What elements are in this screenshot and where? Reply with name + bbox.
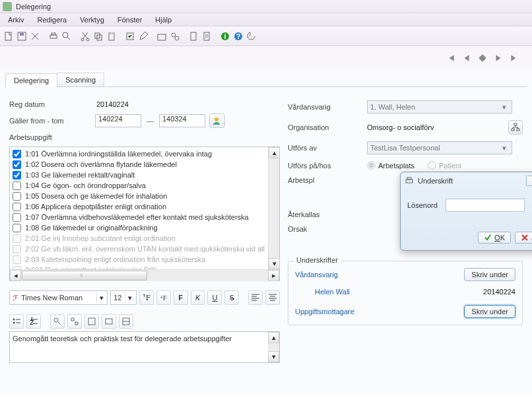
chevron-down-icon[interactable]: ▾: [500, 144, 509, 152]
underline-button[interactable]: U: [207, 290, 222, 305]
page2-icon[interactable]: [201, 30, 213, 42]
scroll-down-icon[interactable]: ▾: [268, 351, 279, 362]
pencil-icon[interactable]: [137, 30, 149, 42]
galler-to-input[interactable]: 140324: [159, 114, 205, 127]
scroll-up-icon[interactable]: ▴: [269, 147, 280, 158]
copy-icon[interactable]: [92, 30, 104, 42]
dialog-cancel-button[interactable]: Avbryt: [515, 232, 532, 244]
gears-icon[interactable]: [169, 30, 181, 42]
current-record-icon[interactable]: [478, 53, 487, 63]
larger-font-button[interactable]: ꜛF: [139, 290, 154, 305]
italic-button[interactable]: K: [191, 290, 205, 305]
radio-arbetsplats[interactable]: Arbetsplats: [367, 161, 415, 170]
note-editor[interactable]: Genomgått teoretisk och praktisk test fö…: [9, 331, 280, 363]
task-listbox[interactable]: 1:01 Överlämna iordningställda läkemedel…: [9, 147, 280, 281]
losenord-input[interactable]: [446, 199, 525, 212]
prev-record-icon[interactable]: [462, 53, 471, 63]
form-icon[interactable]: [124, 30, 136, 42]
menu-fonster[interactable]: Fönster: [111, 16, 149, 24]
list-hscroll[interactable]: ◂ ▸: [10, 269, 279, 280]
task-checkbox[interactable]: [13, 224, 21, 232]
cut-icon[interactable]: [79, 30, 91, 42]
chevron-down-icon[interactable]: ▾: [500, 103, 509, 112]
tab-delegering[interactable]: Delegering: [5, 73, 57, 87]
task-row[interactable]: 2:01 Ge inj Innohep subcutant enligt ord…: [11, 233, 278, 244]
task-row[interactable]: 1:05 Dosera och ge läkemedel för inhalat…: [11, 191, 278, 201]
menu-arkiv[interactable]: Arkiv: [1, 16, 30, 24]
task-row[interactable]: 1:01 Överlämna iordningställda läkemedel…: [11, 148, 278, 159]
tool3-button[interactable]: [102, 314, 116, 329]
tab-scanning[interactable]: Scanning: [57, 73, 104, 86]
task-row[interactable]: 1:02 Dosera och överlämna flytande läkem…: [11, 159, 278, 170]
tool2-button[interactable]: [84, 314, 99, 329]
align-left-button[interactable]: [248, 290, 263, 305]
task-row[interactable]: 1:04 Ge ögon- och örondroppar/salva: [11, 180, 278, 191]
org-tree-button[interactable]: [508, 120, 523, 135]
strike-button[interactable]: S̶: [224, 290, 239, 305]
task-checkbox[interactable]: [13, 245, 21, 253]
task-row[interactable]: 2:02 Ge vb.läkm. enl. överenskom UTAN ko…: [11, 244, 278, 254]
task-checkbox[interactable]: [13, 171, 21, 180]
delete-icon[interactable]: [29, 30, 41, 42]
dialog-ok-button[interactable]: OK: [478, 232, 511, 244]
bold-button[interactable]: F: [174, 290, 188, 305]
print-icon[interactable]: [48, 30, 59, 42]
font-name: Times New Roman: [21, 294, 83, 302]
exit-icon[interactable]: [246, 30, 257, 42]
skriv-under-button-2[interactable]: Skriv under: [464, 305, 515, 318]
task-row[interactable]: 1:03 Ge läkemedel rektalt/vaginalt: [11, 170, 278, 180]
last-record-icon[interactable]: [510, 53, 519, 63]
list-vscroll[interactable]: ▴ ▾: [268, 147, 279, 269]
font-combo[interactable]: ℱ Times New Roman ▾: [9, 290, 108, 305]
radio-patient[interactable]: Patient: [428, 161, 461, 170]
dialog-help-button[interactable]: ?: [526, 176, 532, 186]
chevron-down-icon[interactable]: ▾: [96, 292, 106, 303]
scroll-right-icon[interactable]: ▸: [268, 270, 279, 281]
smaller-font-button[interactable]: ꜜF: [156, 290, 171, 305]
paste-icon[interactable]: [106, 30, 117, 42]
menu-verktyg[interactable]: Verktyg: [73, 16, 111, 24]
task-checkbox[interactable]: [13, 192, 21, 201]
disk-icon[interactable]: [156, 30, 168, 42]
align-center-button[interactable]: [265, 290, 280, 305]
task-row[interactable]: 2:03 Kateterspolning enligt ordination f…: [11, 254, 278, 265]
task-checkbox[interactable]: [13, 213, 21, 222]
task-checkbox[interactable]: [13, 203, 21, 211]
task-row[interactable]: 1:08 Ge läkemedel ur originalförpackning: [11, 222, 278, 233]
hscroll-thumb[interactable]: [22, 271, 147, 280]
underskrift-dialog: Underskrift ? ✕ Lösenord OK Av: [400, 172, 532, 251]
menu-hjalp[interactable]: Hjälp: [149, 16, 178, 24]
task-checkbox[interactable]: [13, 160, 21, 169]
skriv-under-button[interactable]: Skriv under: [464, 268, 515, 281]
scroll-left-icon[interactable]: ◂: [10, 270, 21, 281]
chevron-down-icon[interactable]: ▾: [125, 292, 135, 303]
find-button[interactable]: [50, 314, 65, 329]
task-checkbox[interactable]: [13, 234, 21, 243]
next-record-icon[interactable]: [494, 53, 503, 63]
tool1-button[interactable]: [67, 314, 82, 329]
task-row[interactable]: 2:031 Ren intermittent kateterisering RI…: [11, 265, 278, 269]
refresh-user-icon[interactable]: [209, 114, 225, 128]
numbering-button[interactable]: 12: [26, 314, 41, 329]
save-icon[interactable]: [16, 30, 28, 42]
task-row[interactable]: 1:07 Överlämna vidbehovsläkemedel efter …: [11, 212, 278, 222]
task-checkbox[interactable]: [13, 182, 21, 190]
tool4-button[interactable]: [119, 314, 133, 329]
search-icon[interactable]: [61, 30, 73, 42]
task-checkbox[interactable]: [13, 255, 21, 264]
task-row[interactable]: 1:06 Applicera depotplåster enligt ordin…: [11, 201, 278, 212]
new-icon[interactable]: [3, 30, 15, 42]
utfors-av-combo[interactable]: TestLisa Testpersonal ▾: [367, 141, 512, 154]
vardansvarig-combo[interactable]: 1. Wall, Helen ▾: [367, 100, 512, 114]
scroll-down-icon[interactable]: ▾: [269, 258, 280, 269]
fontsize-combo[interactable]: 12 ▾: [110, 290, 137, 305]
task-checkbox[interactable]: [13, 150, 21, 158]
menu-redigera[interactable]: Redigera: [30, 16, 73, 24]
bullets-button[interactable]: [9, 314, 24, 329]
help-icon[interactable]: ?: [232, 30, 244, 42]
page1-icon[interactable]: [187, 30, 199, 42]
first-record-icon[interactable]: [446, 53, 455, 63]
scroll-up-icon[interactable]: ▴: [268, 332, 279, 343]
info-icon[interactable]: i: [219, 30, 231, 42]
galler-from-input[interactable]: 140224: [95, 114, 141, 127]
